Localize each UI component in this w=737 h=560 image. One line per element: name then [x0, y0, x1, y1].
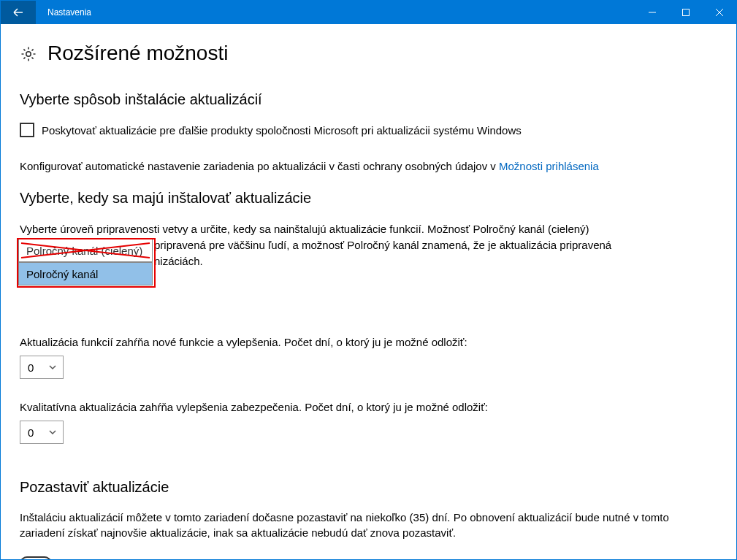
dropdown-option-semiannual[interactable]: Polročný kanál [18, 262, 153, 285]
quality-defer-select[interactable]: 0 [20, 421, 64, 444]
pause-toggle-label: Vypnuté [61, 557, 101, 560]
feature-defer-value: 0 [28, 361, 34, 374]
pause-toggle[interactable] [20, 556, 52, 560]
back-button[interactable] [1, 1, 36, 24]
heading-when-install: Vyberte, kedy sa majú inštalovať aktuali… [20, 190, 717, 207]
signin-options-link[interactable]: Možnosti prihlásenia [499, 160, 599, 172]
branch-readiness-block: Vyberte úroveň pripravenosti vetvy a urč… [20, 221, 717, 285]
heading-pause-updates: Pozastaviť aktualizácie [20, 479, 717, 496]
close-button[interactable] [703, 1, 736, 24]
chevron-down-icon [48, 363, 57, 372]
content-area: Rozšírené možnosti Vyberte spôsob inštal… [1, 24, 736, 560]
checkbox-label: Poskytovať aktualizácie pre ďalšie produ… [42, 124, 522, 137]
privacy-config-text: Konfigurovať automatické nastavenie zari… [20, 159, 692, 174]
dropdown-option-targeted[interactable]: Polročný kanál (cielený) [18, 239, 153, 262]
pause-toggle-row: Vypnuté [20, 556, 717, 560]
window-title: Nastavenia [47, 7, 635, 18]
minimize-button[interactable] [635, 1, 669, 24]
feature-defer-label: Aktualizácia funkcií zahŕňa nové funkcie… [20, 336, 717, 348]
svg-rect-0 [683, 9, 690, 16]
svg-point-1 [26, 51, 31, 55]
page-title: Rozšírené možnosti [47, 42, 228, 65]
heading-install-method: Vyberte spôsob inštalácie aktualizácií [20, 91, 717, 108]
pause-description: Inštaláciu aktualizácií môžete v tomto z… [20, 510, 677, 540]
titlebar: Nastavenia [1, 1, 736, 24]
checkbox-other-ms-products[interactable]: Poskytovať aktualizácie pre ďalšie produ… [20, 123, 717, 137]
feature-defer-select[interactable]: 0 [20, 356, 64, 379]
branch-readiness-dropdown[interactable]: Polročný kanál (cielený) Polročný kanál [18, 239, 153, 285]
quality-defer-value: 0 [28, 426, 34, 439]
window-controls [635, 1, 736, 24]
quality-defer-label: Kvalitatívna aktualizácia zahŕňa vylepše… [20, 401, 717, 413]
checkbox-box-icon [20, 123, 34, 137]
chevron-down-icon [48, 428, 57, 437]
page-header: Rozšírené možnosti [20, 42, 717, 65]
gear-icon [20, 45, 37, 65]
maximize-button[interactable] [669, 1, 703, 24]
